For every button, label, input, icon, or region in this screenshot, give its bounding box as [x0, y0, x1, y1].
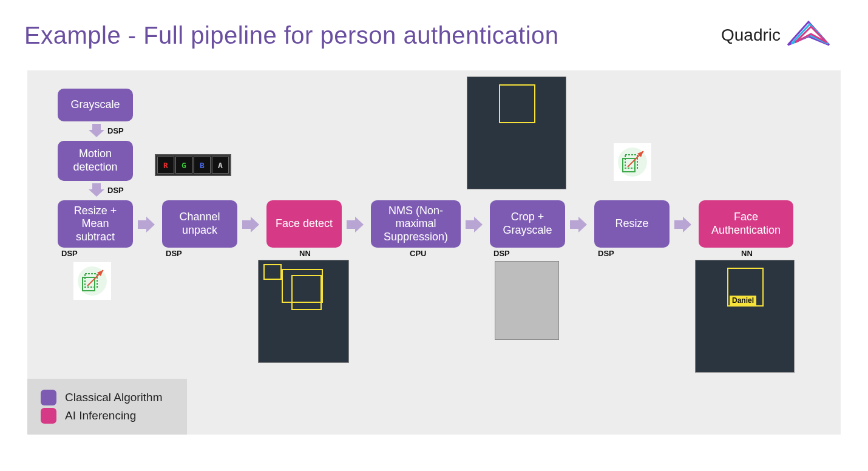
resize-icon: [614, 143, 651, 181]
proc-label: DSP: [61, 249, 78, 258]
channel-cell: G: [175, 157, 192, 174]
proc-label: DSP: [166, 249, 182, 258]
node-label: Crop + Grayscale: [493, 211, 561, 237]
slide-header: Example - Full pipeline for person authe…: [0, 0, 868, 58]
node-face-authentication: Face Authentication: [699, 200, 793, 248]
resize-icon: [73, 262, 111, 300]
proc-label: DSP: [598, 249, 614, 258]
node-face-detect: Face detect: [266, 200, 342, 248]
face-detect-output-image: [258, 260, 349, 363]
quadric-logo-icon: [785, 18, 832, 52]
node-grayscale: Grayscale: [58, 89, 133, 121]
node-nms: NMS (Non-maximal Suppression): [371, 200, 461, 248]
legend-item-classical: Classical Algorithm: [41, 390, 163, 405]
legend: Classical Algorithm AI Inferencing: [27, 379, 187, 435]
node-crop-grayscale: Crop + Grayscale: [490, 200, 565, 248]
legend-swatch: [41, 408, 56, 424]
crop-grayscale-output-image: [495, 261, 559, 340]
channel-cell: B: [194, 157, 211, 174]
channel-cell: A: [212, 157, 229, 174]
legend-item-ai: AI Inferencing: [41, 408, 163, 424]
proc-label: DSP: [107, 186, 124, 195]
node-label: Face Authentication: [702, 211, 790, 237]
authentication-result-image: Daniel: [695, 260, 795, 373]
legend-swatch: [41, 390, 56, 405]
channel-cell: R: [157, 157, 174, 174]
brand-name: Quadric: [721, 25, 781, 45]
nms-output-image: [467, 76, 566, 189]
legend-label: AI Inferencing: [65, 409, 136, 422]
proc-label: DSP: [107, 126, 124, 135]
node-motion-detection: Motion detection: [58, 141, 133, 181]
node-label: Motion detection: [61, 147, 129, 174]
proc-label: NN: [299, 249, 311, 258]
brand-logo: Quadric: [721, 18, 832, 52]
diagram-canvas: Grayscale DSP Motion detection DSP Resiz…: [27, 70, 841, 435]
proc-label: DSP: [493, 249, 510, 258]
legend-label: Classical Algorithm: [65, 391, 163, 404]
node-channel-unpack: Channel unpack: [162, 200, 237, 248]
node-label: Grayscale: [70, 98, 120, 112]
node-label: Face detect: [276, 217, 333, 231]
node-label: NMS (Non-maximal Suppression): [375, 205, 457, 244]
page-title: Example - Full pipeline for person authe…: [24, 22, 559, 49]
proc-label: CPU: [410, 249, 426, 258]
node-resize: Resize: [594, 200, 670, 248]
node-resize-mean-subtract: Resize + Mean subtract: [58, 200, 133, 248]
node-label: Resize + Mean subtract: [61, 205, 129, 244]
rgba-channel-strip: R G B A: [155, 154, 231, 176]
result-name-tag: Daniel: [730, 296, 756, 305]
proc-label: NN: [741, 249, 753, 258]
node-label: Resize: [615, 217, 648, 231]
node-label: Channel unpack: [166, 211, 234, 237]
